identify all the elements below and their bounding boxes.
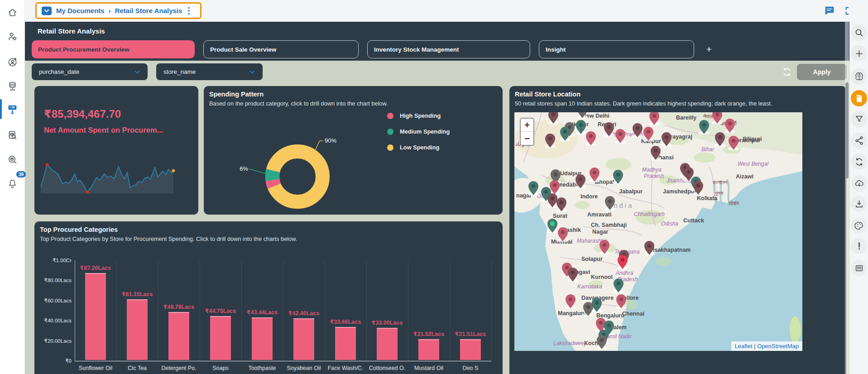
bar-value-label: ₹61.15Lacs: [116, 291, 158, 297]
store-pin-maroon[interactable]: [692, 180, 704, 195]
breadcrumb-current[interactable]: Retail Store Analysis: [115, 7, 182, 14]
store-pin-teal[interactable]: [612, 169, 624, 184]
breadcrumb[interactable]: My Documents › Retail Store Analysis: [35, 2, 201, 19]
sidebar-database-icon[interactable]: [3, 77, 21, 95]
store-pin-teal[interactable]: [528, 180, 539, 196]
tab-inventory-stock-management[interactable]: Inventory Stock Management: [367, 40, 530, 58]
store-pin-rose[interactable]: [643, 126, 654, 141]
map-label-state: Chhattisgarh: [634, 211, 665, 217]
store-pin-teal[interactable]: [613, 278, 624, 293]
map-label-state: Andhra: [616, 270, 633, 276]
sidebar-notifications-icon[interactable]: 39: [3, 174, 21, 192]
store-pin-maroon[interactable]: [661, 131, 672, 147]
tool-alert-icon[interactable]: [851, 238, 867, 254]
store-pin-gray[interactable]: [576, 112, 588, 119]
store-pin-rose[interactable]: [724, 118, 736, 133]
store-pin-rose[interactable]: [585, 130, 597, 146]
bar-sunflower-oil[interactable]: [85, 273, 106, 360]
page-scrollbar[interactable]: [845, 22, 849, 374]
store-pin-rose[interactable]: [565, 293, 576, 309]
bar-detergent-po-[interactable]: [168, 312, 189, 360]
legend-item-high-spending[interactable]: High Spending: [387, 112, 450, 119]
apply-button[interactable]: Apply: [797, 64, 847, 80]
bar-mustard-oil[interactable]: [418, 339, 439, 360]
store-pin-maroon[interactable]: [544, 133, 556, 148]
store-pin-rose[interactable]: [599, 239, 610, 254]
store-pin-maroon[interactable]: [603, 121, 615, 137]
tool-document-icon[interactable]: [851, 90, 867, 106]
add-tab-button[interactable]: +: [702, 40, 716, 58]
tool-share-icon[interactable]: [851, 132, 867, 149]
gridline: [366, 260, 367, 361]
tool-palette-icon[interactable]: [851, 217, 867, 234]
tool-cloud-download-icon[interactable]: [851, 175, 867, 192]
map-zoom-out-button[interactable]: −: [521, 132, 533, 145]
folder-icon[interactable]: [41, 5, 52, 16]
store-pin-rose[interactable]: [557, 226, 569, 242]
sidebar-report-search-icon[interactable]: [3, 126, 21, 144]
breadcrumb-my-documents[interactable]: My Documents: [56, 7, 105, 14]
store-pin-rose[interactable]: [648, 112, 660, 125]
tab-product-sale-overview[interactable]: Product Sale Overview: [203, 40, 359, 58]
map-label-city: Aizawl: [736, 173, 753, 180]
tool-notes-icon[interactable]: [851, 260, 867, 276]
tab-product-procurement-overview[interactable]: Product Procurement Overview: [32, 40, 195, 58]
store-pin-maroon[interactable]: [567, 267, 579, 282]
tool-filter-icon[interactable]: [851, 111, 867, 127]
comments-icon[interactable]: [823, 5, 836, 17]
store-pin-maroon[interactable]: [632, 122, 643, 138]
sidebar-user-profile-icon[interactable]: [3, 53, 21, 71]
store-pin-gray[interactable]: [596, 334, 608, 350]
map-zoom-in-button[interactable]: +: [521, 119, 533, 132]
tool-search-icon[interactable]: [851, 24, 867, 41]
sidebar-data-search-icon[interactable]: [3, 150, 21, 168]
tool-download-icon[interactable]: [851, 196, 867, 212]
store-pin-teal[interactable]: [591, 297, 603, 312]
filter-dropdown-purchase_date[interactable]: purchase_date: [32, 63, 148, 80]
leaflet-link[interactable]: Leaflet: [735, 343, 753, 350]
legend-dot: [387, 129, 393, 135]
store-pin-maroon[interactable]: [643, 240, 655, 255]
bar-cottonseed-o-[interactable]: [377, 328, 398, 360]
tool-sync-icon[interactable]: [851, 153, 867, 170]
store-pin-teal[interactable]: [559, 126, 571, 141]
bar-ctc-tea[interactable]: [127, 299, 148, 360]
store-pin-rose[interactable]: [728, 135, 739, 150]
notification-badge: 39: [16, 171, 26, 177]
scrollbar-thumb[interactable]: [845, 82, 849, 178]
map-subtitle: 50 retail stores span 10 Indian states. …: [515, 100, 772, 107]
store-pin-rose[interactable]: [589, 167, 600, 182]
india-map[interactable]: New DelhiBikanerRewariBareillyनेपालकाठमा…: [514, 112, 802, 351]
store-pin-rose[interactable]: [711, 112, 723, 124]
store-pin-gray[interactable]: [604, 195, 616, 211]
legend-item-low-spending[interactable]: Low Spending: [387, 144, 450, 151]
filter-dropdown-store_name[interactable]: store_name: [156, 63, 263, 80]
store-pin-maroon[interactable]: [547, 112, 559, 124]
osm-link[interactable]: OpenStreetMap: [757, 343, 799, 350]
refresh-icon[interactable]: [782, 67, 792, 77]
store-pin-rose[interactable]: [615, 293, 627, 309]
sidebar-home-icon[interactable]: [3, 3, 21, 21]
store-pin-maroon[interactable]: [556, 197, 567, 212]
tool-add-icon[interactable]: [851, 45, 867, 62]
breadcrumb-kebab-icon[interactable]: [186, 6, 192, 15]
kpi-card[interactable]: ₹85,394,467.70 Net Amount Spent on Procu…: [34, 86, 198, 215]
sidebar-user-settings-icon[interactable]: [3, 27, 21, 45]
bar-toothpaste[interactable]: [252, 317, 273, 360]
store-pin-teal[interactable]: [698, 119, 710, 134]
store-pin-maroon[interactable]: [650, 145, 662, 160]
store-pin-rose[interactable]: [614, 128, 626, 144]
bar-deo-s[interactable]: [460, 339, 481, 360]
tab-insight[interactable]: Insight: [539, 40, 694, 58]
bar-face-wash-c-[interactable]: [335, 327, 356, 360]
spending-donut-chart[interactable]: [204, 86, 503, 209]
tool-ai-brain-icon[interactable]: [851, 68, 867, 84]
bar-soyabean-oil[interactable]: [293, 318, 314, 360]
sidebar-dashboard-icon[interactable]: [3, 100, 21, 118]
store-pin-maroon[interactable]: [714, 131, 726, 147]
legend-item-medium-spending[interactable]: Medium Spending: [387, 128, 450, 135]
store-pin-red[interactable]: [617, 254, 628, 269]
bar-soaps[interactable]: [210, 316, 231, 360]
store-pin-maroon[interactable]: [575, 173, 586, 189]
donut-callout-medium: 6%: [235, 165, 248, 172]
